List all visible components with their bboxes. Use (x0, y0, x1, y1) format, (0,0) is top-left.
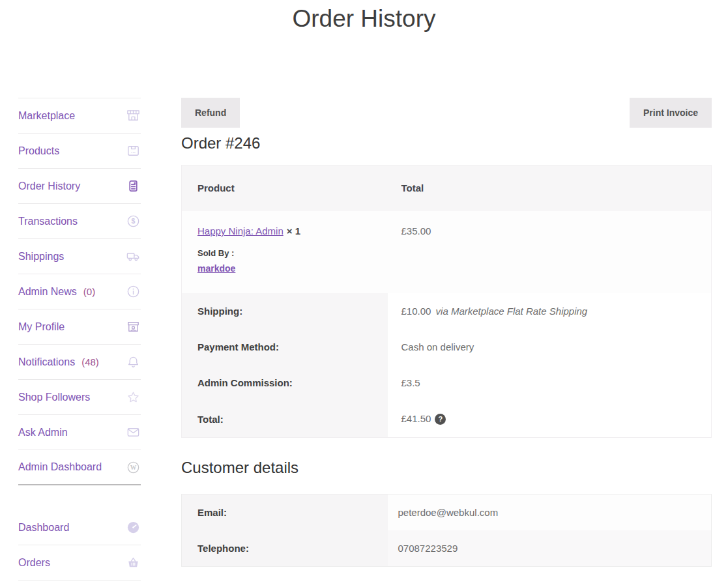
order-number-heading: Order #246 (181, 134, 712, 153)
svg-text:$: $ (132, 217, 136, 225)
sidebar-item-order-history[interactable]: Order History (18, 169, 141, 204)
shipping-label: Shipping: (182, 293, 388, 329)
sold-by-label: Sold By : (197, 248, 372, 258)
sidebar-item-label: Products (18, 145, 59, 157)
order-table-header-row: Product Total (182, 165, 712, 212)
seller-row: markdoe (197, 263, 372, 274)
main-content: Refund Print Invoice Order #246 Product … (181, 98, 712, 567)
sidebar-item-label: Notifications (18, 356, 75, 368)
sidebar-item-orders[interactable]: Orders (18, 545, 141, 580)
page-title: Order History (0, 0, 728, 33)
sidebar-item-label: Dashboard (18, 522, 69, 534)
sidebar-item-products[interactable]: Products (18, 134, 141, 169)
sidebar-item-notifications[interactable]: Notifications (48) (18, 345, 141, 380)
total-value-cell: £41.50? (388, 401, 712, 438)
sidebar-item-admin-dashboard[interactable]: Admin Dashboard W (18, 450, 141, 485)
sidebar-item-label: Transactions (18, 216, 78, 227)
sidebar-item-label: Shop Followers (18, 392, 90, 403)
telephone-label: Telephone: (182, 530, 388, 567)
payment-method-row: Payment Method: Cash on delivery (182, 329, 712, 365)
sidebar-item-label: Shippings (18, 251, 64, 263)
total-amount: £41.50 (401, 413, 431, 424)
storefront-icon (126, 108, 141, 123)
email-value: peterdoe@webkul.com (388, 494, 712, 531)
order-item-row: Happy Ninja: Admin× 1 Sold By : markdoe … (182, 211, 712, 293)
sidebar-item-label: Orders (18, 557, 50, 569)
sidebar-item-label: Admin News (18, 286, 77, 298)
order-toolbar: Refund Print Invoice (181, 98, 712, 128)
sidebar-item-label: Admin Dashboard (18, 461, 102, 473)
item-name-line: Happy Ninja: Admin× 1 (197, 225, 372, 236)
sidebar-item-admin-news[interactable]: Admin News (0) (18, 274, 141, 309)
order-item-product-cell: Happy Ninja: Admin× 1 Sold By : markdoe (182, 211, 388, 293)
profile-store-icon (126, 319, 141, 334)
sidebar-item-marketplace[interactable]: Marketplace (18, 98, 141, 134)
envelope-icon (126, 425, 141, 440)
admin-commission-label: Admin Commission: (182, 365, 388, 401)
sidebar-item-my-profile[interactable]: My Profile (18, 309, 141, 345)
sidebar-secondary-group: Dashboard Orders (18, 510, 141, 580)
sidebar-item-label: My Profile (18, 321, 65, 333)
order-items-table: Product Total Happy Ninja: Admin× 1 Sold… (181, 165, 712, 438)
basket-icon (126, 555, 141, 570)
sidebar-item-shippings[interactable]: Shippings (18, 239, 141, 274)
sidebar: Marketplace Products Order History Trans… (18, 98, 141, 580)
email-label: Email: (182, 494, 388, 531)
star-icon (126, 390, 141, 405)
sidebar-item-ask-admin[interactable]: Ask Admin (18, 415, 141, 450)
telephone-row: Telephone: 07087223529 (182, 530, 712, 567)
admin-commission-row: Admin Commission: £3.5 (182, 365, 712, 401)
help-icon[interactable]: ? (435, 414, 446, 425)
package-icon (126, 143, 141, 158)
item-quantity: × 1 (287, 225, 300, 236)
email-row: Email: peterdoe@webkul.com (182, 494, 712, 531)
info-circle-icon (126, 284, 141, 299)
print-invoice-button[interactable]: Print Invoice (630, 98, 712, 128)
refund-button[interactable]: Refund (181, 98, 240, 128)
sidebar-item-label: Marketplace (18, 110, 75, 122)
total-row: Total: £41.50? (182, 401, 712, 438)
item-total: £35.00 (388, 211, 712, 293)
total-label: Total: (182, 401, 388, 438)
column-header-total: Total (388, 165, 712, 212)
bell-icon (126, 354, 141, 369)
payment-method-label: Payment Method: (182, 329, 388, 365)
payment-method-value: Cash on delivery (388, 329, 712, 365)
admin-commission-value: £3.5 (388, 365, 712, 401)
customer-details-table: Email: peterdoe@webkul.com Telephone: 07… (181, 494, 712, 567)
shipping-method-note: via Marketplace Flat Rate Shipping (436, 306, 588, 317)
svg-text:W: W (130, 463, 137, 470)
admin-news-count: (0) (83, 286, 95, 297)
sidebar-item-label: Ask Admin (18, 427, 68, 438)
telephone-value: 07087223529 (388, 530, 712, 567)
sidebar-item-shop-followers[interactable]: Shop Followers (18, 380, 141, 415)
notifications-count: (48) (81, 356, 99, 367)
sidebar-item-transactions[interactable]: Transactions $ (18, 204, 141, 239)
gauge-icon (126, 520, 141, 535)
shipping-value-cell: £10.00 via Marketplace Flat Rate Shippin… (388, 293, 712, 329)
sidebar-item-label: Order History (18, 180, 80, 192)
document-icon (126, 179, 141, 193)
seller-link[interactable]: markdoe (197, 263, 235, 274)
product-link[interactable]: Happy Ninja: Admin (197, 225, 284, 236)
column-header-product: Product (182, 165, 388, 212)
dollar-circle-icon: $ (126, 214, 141, 229)
shipping-row: Shipping: £10.00 via Marketplace Flat Ra… (182, 293, 712, 329)
shipping-amount: £10.00 (401, 306, 431, 317)
customer-details-heading: Customer details (181, 457, 712, 478)
sidebar-item-dashboard[interactable]: Dashboard (18, 510, 141, 545)
wordpress-icon: W (126, 460, 141, 475)
truck-icon (126, 249, 141, 264)
